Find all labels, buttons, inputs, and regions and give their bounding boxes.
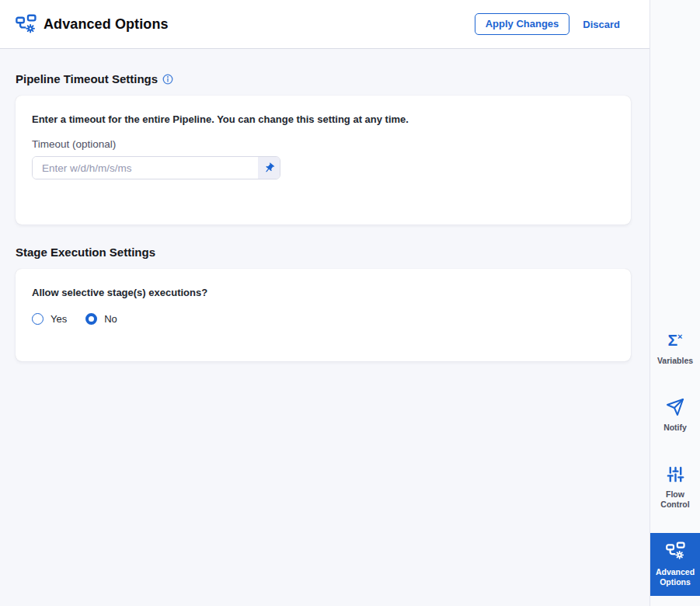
radio-option-no[interactable]: No [85, 313, 117, 325]
stage-execution-card: Allow selective stage(s) executions? Yes… [16, 269, 631, 361]
sigma-x-icon: Σ× [667, 331, 682, 350]
sidebar-item-label: Notify [663, 423, 687, 433]
stage-execution-section-title: Stage Execution Settings [16, 246, 155, 259]
pipeline-timeout-section-title: Pipeline Timeout Settings [16, 72, 158, 85]
selective-stage-question: Allow selective stage(s) executions? [32, 287, 615, 298]
selective-stage-radio-group: Yes No [32, 313, 615, 343]
header-actions: Apply Changes Discard [475, 13, 622, 35]
header-title-group: Advanced Options [16, 14, 169, 35]
info-icon[interactable] [162, 74, 173, 85]
discard-link[interactable]: Discard [581, 16, 622, 33]
pipeline-gear-icon [666, 542, 685, 561]
paper-plane-icon [666, 398, 684, 416]
sidebar-item-variables[interactable]: Σ× Variables [650, 322, 700, 374]
radio-no-label: No [104, 313, 117, 325]
pin-icon[interactable] [258, 157, 280, 179]
sidebar-item-advanced-options[interactable]: Advanced Options [650, 533, 700, 596]
panel-header: Advanced Options Apply Changes Discard [0, 0, 650, 49]
sidebar-item-label: Advanced Options [653, 567, 698, 587]
pipeline-timeout-card: Enter a timeout for the entire Pipeline.… [16, 96, 631, 225]
main-panel: Advanced Options Apply Changes Discard P… [0, 0, 650, 606]
radio-no-circle[interactable] [85, 313, 97, 325]
radio-option-yes[interactable]: Yes [32, 313, 67, 325]
advanced-options-content: Pipeline Timeout Settings Enter a timeou… [0, 49, 650, 606]
radio-yes-label: Yes [50, 313, 67, 325]
stage-execution-section-head: Stage Execution Settings [16, 246, 631, 259]
timeout-field-label: Timeout (optional) [32, 138, 615, 150]
pipeline-gear-icon [16, 14, 37, 35]
radio-yes-circle[interactable] [32, 313, 44, 325]
right-sidebar: Σ× Variables Notify [650, 0, 700, 606]
timeout-description: Enter a timeout for the entire Pipeline.… [32, 113, 615, 125]
sliders-icon [667, 465, 684, 483]
sidebar-item-notify[interactable]: Notify [650, 389, 700, 441]
sidebar-item-label: Flow Control [653, 489, 698, 510]
pipeline-timeout-section-head: Pipeline Timeout Settings [16, 72, 631, 85]
sidebar-nav: Σ× Variables Notify [650, 322, 700, 606]
page-title: Advanced Options [44, 16, 169, 33]
sidebar-item-flow-control[interactable]: Flow Control [650, 457, 700, 518]
timeout-input-group [32, 156, 280, 179]
timeout-input[interactable] [33, 157, 258, 179]
apply-changes-button[interactable]: Apply Changes [475, 13, 570, 35]
sidebar-item-label: Variables [657, 356, 693, 366]
